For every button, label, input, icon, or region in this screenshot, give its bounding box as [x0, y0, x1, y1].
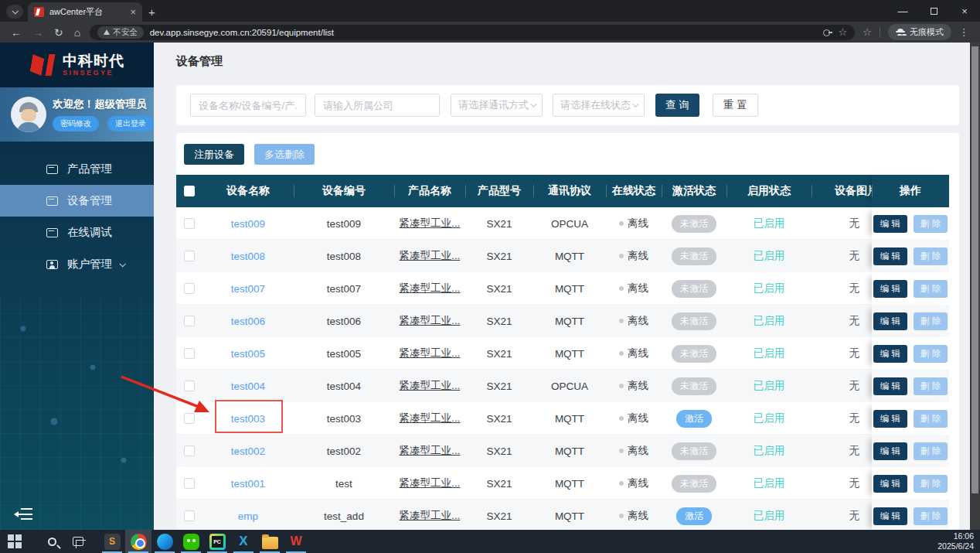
maximize-button[interactable] [918, 0, 949, 22]
delete-button[interactable]: 删 除 [914, 475, 948, 493]
register-device-button[interactable]: 注册设备 [184, 144, 244, 165]
sidebar-item-online-debug[interactable]: 在线调试 [0, 217, 154, 248]
tab-search-button[interactable] [6, 5, 23, 19]
select-all-checkbox[interactable] [184, 186, 195, 196]
device-name-link[interactable]: test005 [231, 348, 265, 360]
bookmark-star-icon[interactable]: ☆ [839, 27, 848, 37]
batch-delete-button[interactable]: 多选删除 [254, 144, 315, 165]
minimize-button[interactable]: — [887, 0, 918, 22]
enabled-status-cell: 已启用 [726, 435, 812, 467]
device-name-link[interactable]: test002 [231, 445, 265, 457]
delete-button[interactable]: 删 除 [914, 442, 948, 460]
product-name-link[interactable]: 紧凑型工业... [400, 411, 461, 425]
device-name-link[interactable]: emp [238, 510, 258, 522]
window-controls: — × [887, 0, 980, 22]
row-checkbox[interactable] [184, 251, 195, 261]
change-password-button[interactable]: 密码修改 [53, 116, 99, 131]
taskbar-app-chrome[interactable] [125, 530, 151, 553]
product-name-link[interactable]: 紧凑型工业... [400, 314, 461, 328]
taskbar-app-edge[interactable] [151, 530, 178, 553]
delete-button[interactable]: 删 除 [914, 377, 948, 395]
device-name-link[interactable]: test008 [231, 251, 265, 262]
tab-close-icon[interactable]: × [130, 7, 136, 17]
brand-logo-icon [29, 53, 56, 77]
product-name-link[interactable]: 紧凑型工业... [400, 282, 461, 295]
row-checkbox[interactable] [184, 348, 195, 359]
taskbar-app-wechat[interactable] [178, 530, 204, 553]
row-checkbox[interactable] [184, 283, 195, 294]
delete-button[interactable]: 删 除 [914, 312, 948, 330]
edit-button[interactable]: 编 辑 [873, 507, 907, 525]
product-name-link[interactable]: 紧凑型工业... [400, 249, 461, 263]
security-badge[interactable]: 不安全 [97, 26, 144, 39]
edit-button[interactable]: 编 辑 [873, 475, 907, 493]
delete-button[interactable]: 删 除 [914, 410, 948, 428]
device-name-link[interactable]: test001 [231, 478, 265, 490]
password-key-icon[interactable] [823, 29, 832, 35]
sidebar-collapse-button[interactable] [15, 508, 32, 521]
close-button[interactable]: × [949, 0, 980, 22]
taskbar-clock[interactable]: 16:06 2025/6/24 [937, 531, 974, 551]
device-name-link[interactable]: test006 [231, 316, 265, 327]
row-checkbox[interactable] [184, 478, 195, 489]
row-checkbox[interactable] [184, 316, 195, 326]
row-checkbox[interactable] [184, 413, 195, 424]
forward-icon[interactable]: → [32, 26, 43, 39]
extension-star-icon[interactable]: ☆ [863, 27, 872, 37]
product-name-link[interactable]: 紧凑型工业... [400, 217, 461, 230]
device-name-link[interactable]: test009 [231, 218, 265, 230]
page-scrollbar[interactable] [970, 43, 980, 530]
edit-button[interactable]: 编 辑 [873, 312, 907, 330]
edit-button[interactable]: 编 辑 [873, 247, 907, 265]
edit-button[interactable]: 编 辑 [873, 377, 907, 395]
online-status-select[interactable]: 请选择在线状态 [553, 94, 645, 117]
new-tab-button[interactable]: + [148, 5, 155, 19]
taskbar-app-x[interactable]: X [230, 530, 257, 553]
product-name-link[interactable]: 紧凑型工业... [400, 509, 461, 523]
reload-icon[interactable]: ↻ [54, 26, 63, 39]
taskbar-app-pycharm[interactable] [204, 530, 230, 553]
back-icon[interactable]: ← [11, 26, 22, 39]
edit-button[interactable]: 编 辑 [873, 345, 907, 363]
row-checkbox[interactable] [184, 381, 195, 391]
device-name-link[interactable]: test004 [231, 381, 265, 392]
company-input[interactable] [315, 94, 440, 117]
taskbar-app-snipaste[interactable]: S [99, 530, 125, 553]
sidebar-item-product-management[interactable]: 产品管理 [0, 153, 154, 185]
edit-button[interactable]: 编 辑 [873, 410, 907, 428]
product-name-link[interactable]: 紧凑型工业... [400, 476, 461, 490]
taskbar-search-button[interactable] [39, 530, 65, 553]
row-checkbox[interactable] [184, 218, 195, 229]
delete-button[interactable]: 删 除 [914, 215, 948, 233]
edit-button[interactable]: 编 辑 [873, 442, 907, 460]
delete-button[interactable]: 删 除 [914, 507, 948, 525]
browser-menu-icon[interactable]: ⋮ [959, 26, 969, 38]
delete-button[interactable]: 删 除 [914, 247, 948, 265]
sidebar-item-device-management[interactable]: 设备管理 [0, 185, 154, 217]
device-name-link[interactable]: test007 [231, 283, 265, 295]
edit-button[interactable]: 编 辑 [873, 280, 907, 298]
product-name-link[interactable]: 紧凑型工业... [400, 346, 461, 360]
product-name-link[interactable]: 紧凑型工业... [400, 379, 461, 393]
start-button[interactable] [2, 530, 28, 553]
search-button[interactable]: 查 询 [655, 94, 699, 117]
reset-button[interactable]: 重 置 [713, 94, 758, 117]
address-bar[interactable]: 不安全 dev.app.sinsegye.com.cn:20591/equipm… [90, 25, 855, 40]
protocol-cell: MQTT [533, 337, 606, 370]
task-view-button[interactable] [65, 530, 91, 553]
row-checkbox[interactable] [184, 510, 195, 521]
scrollbar-thumb[interactable] [971, 46, 978, 493]
home-icon[interactable]: ⌂ [74, 26, 80, 39]
delete-button[interactable]: 删 除 [914, 345, 948, 363]
sidebar-item-account-management[interactable]: 账户管理 [0, 248, 154, 280]
protocol-select[interactable]: 请选择通讯方式 [451, 94, 543, 117]
row-checkbox[interactable] [184, 445, 195, 456]
browser-tab[interactable]: awCenter平台 × [28, 2, 142, 22]
logout-button[interactable]: 退出登录 [107, 116, 154, 131]
taskbar-app-wps[interactable]: W [283, 530, 309, 553]
edit-button[interactable]: 编 辑 [873, 215, 907, 233]
delete-button[interactable]: 删 除 [914, 280, 948, 298]
keyword-search-input[interactable] [190, 94, 306, 117]
product-name-link[interactable]: 紧凑型工业... [400, 444, 461, 458]
taskbar-app-file-explorer[interactable] [257, 530, 283, 553]
